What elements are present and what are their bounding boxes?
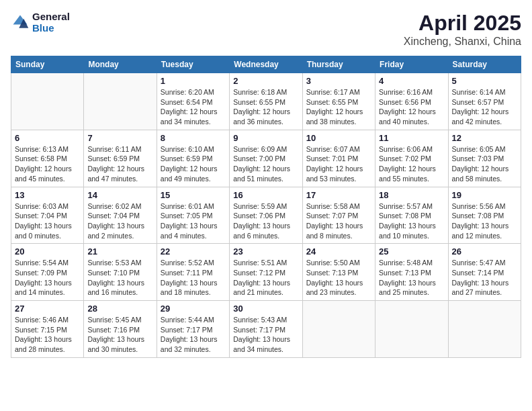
calendar-week-row: 1Sunrise: 6:20 AMSunset: 6:54 PMDaylight… xyxy=(11,73,521,130)
calendar-cell: 25Sunrise: 5:48 AMSunset: 7:13 PMDayligh… xyxy=(375,244,448,301)
weekday-header: Sunday xyxy=(11,56,84,73)
day-info: Sunrise: 5:51 AMSunset: 7:12 PMDaylight:… xyxy=(233,258,298,298)
day-info: Sunrise: 5:46 AMSunset: 7:15 PMDaylight:… xyxy=(15,315,80,355)
day-number: 9 xyxy=(233,133,298,143)
day-info: Sunrise: 5:45 AMSunset: 7:16 PMDaylight:… xyxy=(87,315,152,355)
calendar-week-row: 20Sunrise: 5:54 AMSunset: 7:09 PMDayligh… xyxy=(11,244,521,301)
day-number: 29 xyxy=(161,304,226,314)
calendar-week-row: 13Sunrise: 6:03 AMSunset: 7:04 PMDayligh… xyxy=(11,187,521,244)
month-title: April 2025 xyxy=(404,11,521,36)
day-info: Sunrise: 5:59 AMSunset: 7:06 PMDaylight:… xyxy=(233,201,298,241)
day-info: Sunrise: 6:11 AMSunset: 6:59 PMDaylight:… xyxy=(87,144,152,184)
calendar-week-row: 6Sunrise: 6:13 AMSunset: 6:58 PMDaylight… xyxy=(11,130,521,187)
day-number: 21 xyxy=(87,246,152,257)
calendar-cell: 4Sunrise: 6:16 AMSunset: 6:56 PMDaylight… xyxy=(375,73,448,130)
calendar-cell: 24Sunrise: 5:50 AMSunset: 7:13 PMDayligh… xyxy=(302,244,375,301)
calendar-cell: 5Sunrise: 6:14 AMSunset: 6:57 PMDaylight… xyxy=(448,73,521,130)
calendar-cell: 19Sunrise: 5:56 AMSunset: 7:08 PMDayligh… xyxy=(448,187,521,244)
logo-general-text: General xyxy=(32,11,70,22)
day-number: 7 xyxy=(87,133,152,143)
day-number: 26 xyxy=(452,246,517,257)
day-info: Sunrise: 5:53 AMSunset: 7:10 PMDaylight:… xyxy=(87,258,152,298)
calendar-cell: 22Sunrise: 5:52 AMSunset: 7:11 PMDayligh… xyxy=(157,244,229,301)
day-info: Sunrise: 6:03 AMSunset: 7:04 PMDaylight:… xyxy=(15,201,80,241)
calendar-cell: 16Sunrise: 5:59 AMSunset: 7:06 PMDayligh… xyxy=(230,187,302,244)
calendar-cell: 18Sunrise: 5:57 AMSunset: 7:08 PMDayligh… xyxy=(375,187,448,244)
calendar-cell: 20Sunrise: 5:54 AMSunset: 7:09 PMDayligh… xyxy=(11,244,84,301)
logo: General Blue xyxy=(11,11,70,34)
day-info: Sunrise: 5:43 AMSunset: 7:17 PMDaylight:… xyxy=(233,315,298,355)
day-number: 8 xyxy=(161,133,226,143)
day-info: Sunrise: 5:48 AMSunset: 7:13 PMDaylight:… xyxy=(379,258,444,298)
day-info: Sunrise: 6:20 AMSunset: 6:54 PMDaylight:… xyxy=(161,87,226,127)
logo-blue-text: Blue xyxy=(32,22,70,34)
day-number: 20 xyxy=(15,246,80,257)
calendar-cell xyxy=(11,73,84,130)
day-info: Sunrise: 5:52 AMSunset: 7:11 PMDaylight:… xyxy=(161,258,226,298)
day-number: 12 xyxy=(452,133,517,143)
day-number: 25 xyxy=(379,246,444,257)
calendar-cell: 29Sunrise: 5:44 AMSunset: 7:17 PMDayligh… xyxy=(157,301,229,358)
day-number: 13 xyxy=(15,190,80,200)
day-info: Sunrise: 6:05 AMSunset: 7:03 PMDaylight:… xyxy=(452,144,517,184)
weekday-header: Monday xyxy=(84,56,157,73)
day-info: Sunrise: 5:57 AMSunset: 7:08 PMDaylight:… xyxy=(379,201,444,241)
calendar-cell: 3Sunrise: 6:17 AMSunset: 6:55 PMDaylight… xyxy=(302,73,375,130)
day-info: Sunrise: 5:58 AMSunset: 7:07 PMDaylight:… xyxy=(306,201,371,241)
day-info: Sunrise: 5:47 AMSunset: 7:14 PMDaylight:… xyxy=(452,258,517,298)
day-info: Sunrise: 5:50 AMSunset: 7:13 PMDaylight:… xyxy=(306,258,371,298)
weekday-header: Tuesday xyxy=(157,56,229,73)
day-number: 2 xyxy=(233,76,298,86)
day-number: 14 xyxy=(87,190,152,200)
weekday-row: SundayMondayTuesdayWednesdayThursdayFrid… xyxy=(11,56,521,73)
calendar-cell xyxy=(84,73,157,130)
day-number: 22 xyxy=(161,246,226,257)
weekday-header: Saturday xyxy=(448,56,521,73)
calendar-cell: 11Sunrise: 6:06 AMSunset: 7:02 PMDayligh… xyxy=(375,130,448,187)
day-number: 27 xyxy=(15,304,80,314)
day-info: Sunrise: 6:18 AMSunset: 6:55 PMDaylight:… xyxy=(233,87,298,127)
day-number: 10 xyxy=(306,133,371,143)
calendar-week-row: 27Sunrise: 5:46 AMSunset: 7:15 PMDayligh… xyxy=(11,301,521,358)
calendar-cell: 21Sunrise: 5:53 AMSunset: 7:10 PMDayligh… xyxy=(84,244,157,301)
calendar-cell xyxy=(302,301,375,358)
calendar-cell: 8Sunrise: 6:10 AMSunset: 6:59 PMDaylight… xyxy=(157,130,229,187)
day-info: Sunrise: 6:10 AMSunset: 6:59 PMDaylight:… xyxy=(161,144,226,184)
day-number: 4 xyxy=(379,76,444,86)
title-section: April 2025 Xincheng, Shanxi, China xyxy=(404,11,521,48)
calendar-cell: 6Sunrise: 6:13 AMSunset: 6:58 PMDaylight… xyxy=(11,130,84,187)
day-number: 17 xyxy=(306,190,371,200)
calendar-cell: 7Sunrise: 6:11 AMSunset: 6:59 PMDaylight… xyxy=(84,130,157,187)
day-info: Sunrise: 6:14 AMSunset: 6:57 PMDaylight:… xyxy=(452,87,517,127)
calendar-cell: 14Sunrise: 6:02 AMSunset: 7:04 PMDayligh… xyxy=(84,187,157,244)
calendar-header: SundayMondayTuesdayWednesdayThursdayFrid… xyxy=(11,56,521,73)
day-number: 16 xyxy=(233,190,298,200)
calendar-cell: 30Sunrise: 5:43 AMSunset: 7:17 PMDayligh… xyxy=(230,301,302,358)
calendar-cell: 15Sunrise: 6:01 AMSunset: 7:05 PMDayligh… xyxy=(157,187,229,244)
calendar-cell: 9Sunrise: 6:09 AMSunset: 7:00 PMDaylight… xyxy=(230,130,302,187)
day-info: Sunrise: 6:17 AMSunset: 6:55 PMDaylight:… xyxy=(306,87,371,127)
page-header: General Blue April 2025 Xincheng, Shanxi… xyxy=(11,11,521,48)
day-number: 24 xyxy=(306,246,371,257)
day-info: Sunrise: 5:56 AMSunset: 7:08 PMDaylight:… xyxy=(452,201,517,241)
calendar-cell: 1Sunrise: 6:20 AMSunset: 6:54 PMDaylight… xyxy=(157,73,229,130)
day-number: 15 xyxy=(161,190,226,200)
day-info: Sunrise: 6:01 AMSunset: 7:05 PMDaylight:… xyxy=(161,201,226,241)
calendar-cell: 13Sunrise: 6:03 AMSunset: 7:04 PMDayligh… xyxy=(11,187,84,244)
day-number: 6 xyxy=(15,133,80,143)
day-number: 11 xyxy=(379,133,444,143)
day-number: 5 xyxy=(452,76,517,86)
day-info: Sunrise: 6:06 AMSunset: 7:02 PMDaylight:… xyxy=(379,144,444,184)
weekday-header: Thursday xyxy=(302,56,375,73)
logo-icon xyxy=(11,13,30,32)
day-info: Sunrise: 6:16 AMSunset: 6:56 PMDaylight:… xyxy=(379,87,444,127)
day-number: 3 xyxy=(306,76,371,86)
day-number: 30 xyxy=(233,304,298,314)
day-info: Sunrise: 5:54 AMSunset: 7:09 PMDaylight:… xyxy=(15,258,80,298)
calendar-body: 1Sunrise: 6:20 AMSunset: 6:54 PMDaylight… xyxy=(11,73,521,358)
day-number: 23 xyxy=(233,246,298,257)
day-info: Sunrise: 6:13 AMSunset: 6:58 PMDaylight:… xyxy=(15,144,80,184)
weekday-header: Friday xyxy=(375,56,448,73)
calendar-cell: 26Sunrise: 5:47 AMSunset: 7:14 PMDayligh… xyxy=(448,244,521,301)
day-info: Sunrise: 5:44 AMSunset: 7:17 PMDaylight:… xyxy=(161,315,226,355)
